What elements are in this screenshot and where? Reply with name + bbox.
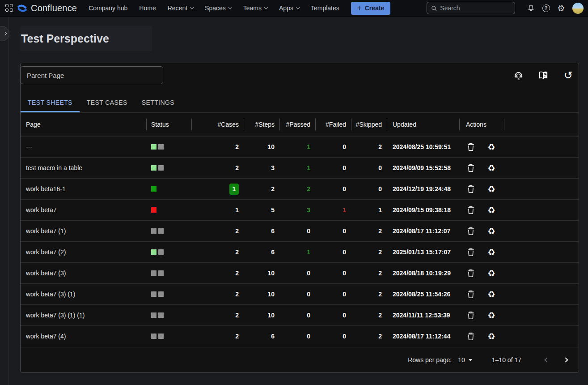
delete-button[interactable] [466,331,476,342]
table-row: work beta7 1 5 3 1 1 2024/09/15 09:38:18… [21,199,579,220]
column-header-skipped[interactable]: #Skipped [351,113,387,136]
pagination-bar: Rows per page: 10 1–10 of 17 [21,347,579,372]
delete-button[interactable] [466,289,476,299]
updated-timestamp: 2024/09/09 15:52:58 [387,158,460,178]
delete-button[interactable] [466,226,476,236]
tab-test-sheets[interactable]: TEST SHEETS [21,92,80,112]
search-box[interactable] [427,2,515,14]
passed-value: 0 [280,326,316,346]
delete-button[interactable] [466,310,476,321]
status-square-gray [158,312,164,318]
product-name: Confluence [31,3,77,13]
delete-button[interactable] [466,205,476,215]
rows-per-page-select[interactable]: 10 [458,356,472,364]
cases-value: 2 [192,137,244,157]
recycle-button[interactable]: ♻ [486,163,496,173]
skipped-value: 2 [351,326,387,346]
column-header-actions[interactable]: Actions [460,113,504,136]
tab-test-cases[interactable]: TEST CASES [80,92,135,112]
failed-value: 0 [316,305,351,325]
recycle-button[interactable]: ♻ [486,141,496,152]
delete-button[interactable] [466,247,476,257]
recycle-button[interactable]: ♻ [486,247,496,257]
table-row: work beta7 (2) 2 6 1 0 2 2025/01/13 15:1… [21,241,579,262]
status-cell [147,200,192,220]
delete-button[interactable] [466,268,476,278]
previous-page-button[interactable] [539,352,554,368]
refresh-button[interactable]: ↺ [562,68,575,82]
failed-value: 0 [316,284,351,304]
nav-teams[interactable]: Teams [243,4,267,12]
cases-value: 2 [192,305,244,325]
updated-timestamp: 2024/12/19 19:24:48 [387,179,460,199]
parent-page-input[interactable] [20,66,163,84]
notifications-button[interactable] [523,1,538,15]
support-button[interactable] [512,68,525,82]
tab-settings[interactable]: SETTINGS [135,92,182,112]
column-header-failed[interactable]: #Failed [316,113,351,136]
status-square-gray [158,228,164,234]
test-perspective-panel: ↺ TEST SHEETS TEST CASES SETTINGS Page S… [20,63,579,373]
page-name: work beta7 (3) (1) [26,291,75,298]
chevron-down-icon [264,5,268,9]
recycle-button[interactable]: ♻ [486,331,496,342]
column-header-updated[interactable]: Updated [387,113,460,136]
sidebar-divider [8,17,8,385]
settings-button[interactable]: ⚙ [554,1,569,15]
status-square-gray [158,165,164,171]
column-header-passed[interactable]: #Passed [280,113,316,136]
passed-value: 0 [280,221,316,241]
recycle-button[interactable]: ♻ [486,268,496,278]
recycle-icon: ♻ [487,269,495,278]
recycle-icon: ♻ [487,290,495,299]
caret-down-icon [469,359,472,361]
status-square-gray [158,270,164,276]
recycle-button[interactable]: ♻ [486,289,496,299]
recycle-button[interactable]: ♻ [486,205,496,215]
nav-spaces[interactable]: Spaces [205,4,232,12]
nav-company-hub[interactable]: Company hub [89,4,127,12]
status-square-gray [158,291,164,297]
table-row: work beta7 (4) 2 6 0 0 2 2024/08/17 11:1… [21,325,579,346]
column-header-steps[interactable]: #Steps [244,113,280,136]
recycle-button[interactable]: ♻ [486,310,496,321]
nav-home[interactable]: Home [139,4,156,12]
confluence-logo[interactable]: Confluence [17,3,77,13]
title-container: Test Perspective [20,26,152,51]
column-header-page[interactable]: Page [21,113,147,136]
status-cell [147,305,192,325]
status-cell [147,158,192,178]
status-square-gray [158,144,164,150]
table-row: work beta7 (3) (1) (1) 2 10 0 0 2 2024/1… [21,304,579,325]
delete-button[interactable] [466,184,476,194]
delete-button[interactable] [466,163,476,173]
help-button[interactable]: ? [538,1,554,15]
nav-templates[interactable]: Templates [311,4,339,12]
page-name: work beta7 (3) [26,270,66,277]
page-name: --- [26,143,32,150]
nav-recent[interactable]: Recent [168,4,193,12]
cases-value: 1 [192,200,244,220]
next-page-button[interactable] [558,352,573,368]
table-body: --- 2 10 1 0 2 2024/08/25 10:59:51 ♻ tes… [21,136,579,346]
column-header-cases[interactable]: #Cases [192,113,244,136]
recycle-button[interactable]: ♻ [486,226,496,236]
refresh-icon: ↺ [564,70,573,81]
steps-value: 10 [244,284,280,304]
trash-icon [467,206,474,214]
recycle-button[interactable]: ♻ [486,184,496,194]
column-header-status[interactable]: Status [147,113,192,136]
user-avatar[interactable] [572,3,584,14]
status-cell [147,263,192,283]
create-button[interactable]: + Create [351,2,391,15]
updated-timestamp: 2024/08/18 10:19:29 [387,263,460,283]
search-icon [431,5,437,12]
skipped-value: 2 [351,284,387,304]
table-row: test macro in a table 2 3 1 0 0 2024/09/… [21,157,579,178]
delete-button[interactable] [466,141,476,152]
nav-apps[interactable]: Apps [279,4,299,12]
search-input[interactable] [440,4,511,12]
documentation-button[interactable] [537,68,550,82]
updated-timestamp: 2024/08/17 11:12:07 [387,221,460,241]
app-switcher-icon[interactable] [5,4,13,12]
